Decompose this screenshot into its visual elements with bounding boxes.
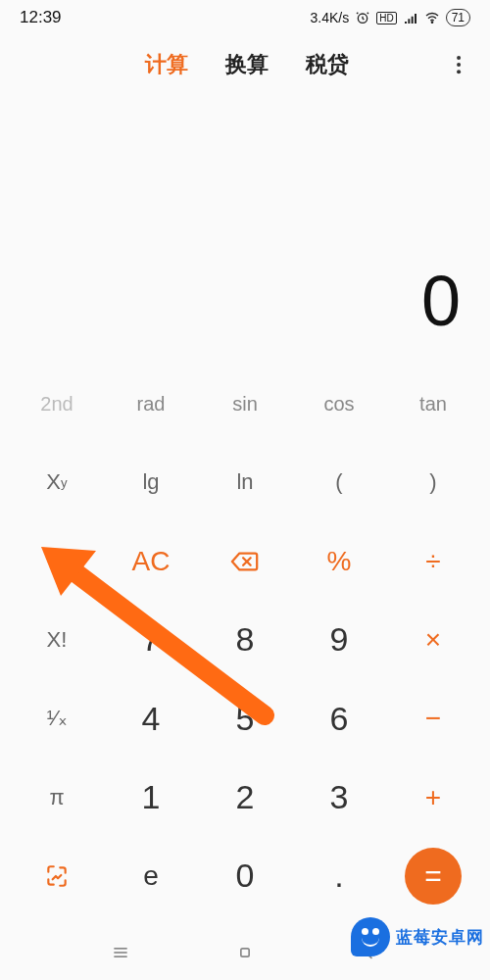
key-6[interactable]: 6: [292, 679, 386, 758]
key-7[interactable]: 7: [104, 601, 198, 679]
equals-icon: =: [405, 848, 462, 905]
key-brackets[interactable]: [10, 837, 104, 915]
tab-calc[interactable]: 计算: [145, 50, 188, 79]
key-2nd[interactable]: 2nd: [10, 365, 104, 443]
key-sqrt[interactable]: √x: [10, 522, 104, 601]
key-5[interactable]: 5: [198, 679, 292, 758]
result-display: 0: [0, 94, 490, 359]
calculator-screen: 12:39 3.4K/s HD 71 计算 换算 税贷 0 2nd: [0, 0, 490, 980]
key-power-base: X: [46, 469, 61, 495]
key-tan[interactable]: tan: [386, 365, 480, 443]
key-factorial[interactable]: X!: [10, 601, 104, 679]
watermark: 蓝莓安卓网: [351, 917, 484, 956]
status-time: 12:39: [20, 8, 62, 27]
tab-tax[interactable]: 税贷: [306, 50, 349, 79]
key-percent[interactable]: %: [292, 522, 386, 601]
key-plus[interactable]: +: [386, 758, 480, 836]
key-divide[interactable]: ÷: [386, 522, 480, 601]
watermark-text: 蓝莓安卓网: [396, 926, 484, 949]
key-power[interactable]: Xy: [10, 443, 104, 521]
key-e[interactable]: e: [104, 837, 198, 915]
alarm-icon: [355, 10, 370, 25]
key-ln[interactable]: ln: [198, 443, 292, 521]
nav-recent-icon[interactable]: [111, 943, 130, 967]
watermark-icon: [351, 917, 390, 956]
key-multiply[interactable]: ×: [386, 601, 480, 679]
key-pi[interactable]: π: [10, 758, 104, 836]
key-4[interactable]: 4: [104, 679, 198, 758]
backspace-icon: [230, 547, 260, 576]
key-ac[interactable]: AC: [104, 522, 198, 601]
battery-indicator: 71: [446, 9, 470, 26]
status-netspeed: 3.4K/s: [310, 10, 349, 25]
key-cos[interactable]: cos: [292, 365, 386, 443]
svg-point-2: [457, 56, 461, 60]
key-9[interactable]: 9: [292, 601, 386, 679]
keypad: 2nd rad sin cos tan Xy lg ln ( ) √x AC %…: [0, 359, 490, 929]
nav-home-icon[interactable]: [235, 943, 255, 967]
svg-point-4: [457, 70, 461, 74]
hd-icon: HD: [376, 12, 396, 24]
svg-point-1: [431, 22, 432, 23]
key-power-exp: y: [61, 475, 68, 490]
key-rad[interactable]: rad: [104, 365, 198, 443]
status-right: 3.4K/s HD 71: [310, 9, 470, 26]
tab-convert[interactable]: 换算: [225, 50, 269, 79]
key-2[interactable]: 2: [198, 758, 292, 836]
key-sin[interactable]: sin: [198, 365, 292, 443]
svg-rect-8: [241, 948, 249, 956]
svg-point-3: [457, 63, 461, 67]
key-backspace[interactable]: [198, 522, 292, 601]
key-dot[interactable]: .: [292, 837, 386, 915]
status-bar: 12:39 3.4K/s HD 71: [0, 0, 490, 35]
key-3[interactable]: 3: [292, 758, 386, 836]
wifi-icon: [424, 10, 440, 25]
key-rparen[interactable]: ): [386, 443, 480, 521]
signal-icon: [403, 10, 418, 25]
key-1[interactable]: 1: [104, 758, 198, 836]
mode-tabs: 计算 换算 税贷: [0, 35, 490, 94]
key-minus[interactable]: −: [386, 679, 480, 758]
brackets-icon: [44, 863, 70, 889]
key-equals[interactable]: =: [386, 837, 480, 915]
key-0[interactable]: 0: [198, 837, 292, 915]
overflow-menu-icon[interactable]: [447, 53, 470, 76]
key-reciprocal[interactable]: ¹⁄ₓ: [10, 679, 104, 758]
key-lparen[interactable]: (: [292, 443, 386, 521]
key-lg[interactable]: lg: [104, 443, 198, 521]
key-8[interactable]: 8: [198, 601, 292, 679]
